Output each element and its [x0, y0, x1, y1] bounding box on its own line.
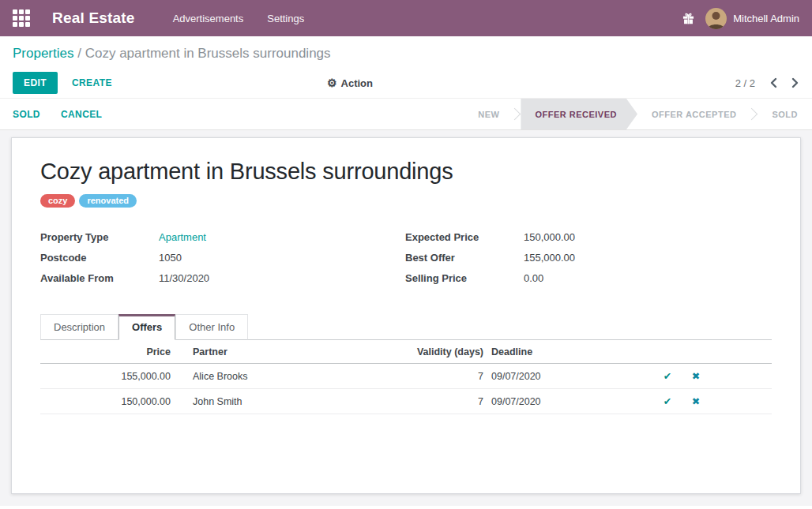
notebook-tabs: Description Offers Other Info: [40, 314, 772, 340]
field-group: Property Type Apartment Postcode 1050 Av…: [40, 231, 772, 293]
field-column-right: Expected Price 150,000.00 Best Offer 155…: [405, 231, 770, 293]
pager-previous-icon[interactable]: [769, 77, 777, 88]
refuse-offer-icon[interactable]: ✖: [692, 396, 700, 407]
accept-offer-icon[interactable]: ✔: [664, 371, 671, 382]
status-step-sold[interactable]: SOLD: [757, 99, 812, 129]
property-type-link[interactable]: Apartment: [159, 231, 206, 243]
tab-offers[interactable]: Offers: [118, 314, 175, 340]
field-selling-price: Selling Price 0.00: [405, 272, 770, 284]
tag-renovated: renovated: [79, 194, 137, 208]
tab-other-info[interactable]: Other Info: [175, 314, 248, 340]
field-value: 155,000.00: [524, 252, 575, 264]
breadcrumb-current: Cozy apartment in Brussels surroundings: [85, 46, 331, 61]
offer-row[interactable]: 155,000.00 Alice Brooks 7 09/07/2020 ✔ ✖: [40, 364, 772, 389]
gift-icon[interactable]: [682, 13, 694, 24]
statusbar: SOLD CANCEL NEW OFFER RECEIVED OFFER ACC…: [0, 98, 812, 130]
offers-header-row: Price Partner Validity (days) Deadline: [40, 340, 772, 364]
app-brand[interactable]: Real Estate: [52, 9, 135, 27]
menu-settings[interactable]: Settings: [267, 13, 304, 24]
main-menu: Advertisements Settings: [173, 13, 305, 24]
offer-deadline: 09/07/2020: [483, 364, 653, 389]
field-label: Best Offer: [405, 252, 524, 264]
sold-button[interactable]: SOLD: [13, 109, 40, 120]
refuse-offer-icon[interactable]: ✖: [692, 371, 700, 382]
field-column-left: Property Type Apartment Postcode 1050 Av…: [40, 231, 405, 293]
offer-row[interactable]: 150,000.00 John Smith 7 09/07/2020 ✔ ✖: [40, 389, 772, 414]
record-pager: 2 / 2: [735, 77, 799, 89]
field-value: 0.00: [524, 272, 543, 284]
accept-offer-icon[interactable]: ✔: [664, 396, 671, 407]
gear-icon: ⚙: [327, 77, 337, 88]
field-best-offer: Best Offer 155,000.00: [405, 252, 770, 264]
field-label: Available From: [40, 272, 159, 284]
status-step-new[interactable]: NEW: [464, 99, 513, 129]
edit-button[interactable]: EDIT: [13, 72, 58, 94]
top-navbar: Real Estate Advertisements Settings Mitc…: [0, 0, 812, 36]
offer-partner: John Smith: [171, 389, 415, 414]
field-label: Property Type: [40, 231, 159, 243]
field-label: Selling Price: [405, 272, 524, 284]
menu-advertisements[interactable]: Advertisements: [173, 13, 244, 24]
status-steps: NEW OFFER RECEIVED OFFER ACCEPTED SOLD: [464, 99, 812, 129]
offer-validity: 7: [415, 389, 483, 414]
field-available-from: Available From 11/30/2020: [40, 272, 405, 284]
action-menu[interactable]: ⚙ Action: [327, 77, 373, 89]
field-value: 150,000.00: [524, 231, 575, 243]
form-sheet: Cozy apartment in Brussels surroundings …: [11, 137, 801, 494]
tab-description[interactable]: Description: [40, 314, 118, 340]
user-menu[interactable]: Mitchell Admin: [705, 8, 799, 29]
field-label: Expected Price: [405, 231, 524, 243]
column-price: Price: [40, 340, 171, 364]
breadcrumb: Properties / Cozy apartment in Brussels …: [0, 36, 812, 68]
statusbar-buttons: SOLD CANCEL: [0, 99, 115, 129]
user-name: Mitchell Admin: [733, 13, 799, 24]
offer-deadline: 09/07/2020: [483, 389, 653, 414]
navbar-right: Mitchell Admin: [682, 8, 799, 29]
cancel-button[interactable]: CANCEL: [61, 109, 102, 120]
offer-price: 150,000.00: [40, 389, 171, 414]
action-label: Action: [341, 77, 373, 89]
status-step-offer-received[interactable]: OFFER RECEIVED: [521, 99, 637, 129]
pager-value: 2 / 2: [735, 77, 755, 89]
tag-cozy: cozy: [40, 194, 75, 208]
breadcrumb-parent-link[interactable]: Properties: [13, 46, 73, 61]
column-partner: Partner: [171, 340, 415, 364]
offers-table: Price Partner Validity (days) Deadline 1…: [40, 340, 772, 414]
column-deadline: Deadline: [483, 340, 653, 364]
breadcrumb-separator: /: [77, 46, 85, 61]
column-validity: Validity (days): [415, 340, 483, 364]
control-panel: EDIT CREATE ⚙ Action 2 / 2: [0, 68, 812, 98]
content-area: Cozy apartment in Brussels surroundings …: [0, 130, 812, 506]
status-step-offer-accepted[interactable]: OFFER ACCEPTED: [637, 99, 750, 129]
offer-partner: Alice Brooks: [171, 364, 415, 389]
field-value: 1050: [159, 252, 182, 264]
property-title: Cozy apartment in Brussels surroundings: [40, 159, 772, 185]
field-value: 11/30/2020: [159, 272, 209, 284]
offer-validity: 7: [415, 364, 483, 389]
field-expected-price: Expected Price 150,000.00: [405, 231, 770, 243]
property-tags: cozy renovated: [40, 194, 772, 208]
avatar: [705, 8, 727, 29]
field-property-type: Property Type Apartment: [40, 231, 405, 243]
create-button[interactable]: CREATE: [72, 77, 112, 88]
pager-next-icon[interactable]: [791, 77, 799, 88]
apps-menu-icon[interactable]: [13, 9, 30, 27]
offer-price: 155,000.00: [40, 364, 171, 389]
field-postcode: Postcode 1050: [40, 252, 405, 264]
field-label: Postcode: [40, 252, 159, 264]
